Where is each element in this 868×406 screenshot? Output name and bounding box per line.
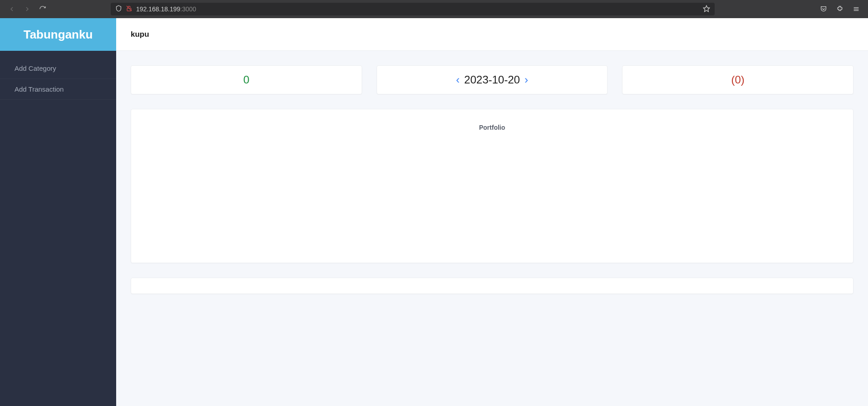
sidebar-item-label: Add Transaction xyxy=(15,85,64,93)
current-date: 2023-10-20 xyxy=(464,73,520,86)
pocket-icon[interactable] xyxy=(817,3,830,15)
reload-button[interactable] xyxy=(36,3,49,15)
url-text: 192.168.18.199:3000 xyxy=(136,5,699,13)
bookmark-star-icon[interactable] xyxy=(703,5,710,14)
content: 0 ‹ 2023-10-20 › (0) Portfolio xyxy=(116,51,868,308)
stat-card-date: ‹ 2023-10-20 › xyxy=(377,65,608,94)
date-next-button[interactable]: › xyxy=(525,73,528,86)
url-bar[interactable]: 192.168.18.199:3000 xyxy=(111,3,715,15)
browser-chrome: 192.168.18.199:3000 xyxy=(0,0,868,18)
back-button[interactable] xyxy=(5,3,18,15)
topbar: kupu xyxy=(116,18,868,51)
forward-button[interactable] xyxy=(21,3,34,15)
stat-card-income: 0 xyxy=(131,65,362,94)
stat-expense-value: (0) xyxy=(731,73,744,86)
brand-logo[interactable]: Tabunganku xyxy=(0,18,116,51)
url-host: 192.168.18.199 xyxy=(136,5,180,13)
url-port: :3000 xyxy=(180,5,196,13)
portfolio-card: Portfolio xyxy=(131,109,853,263)
sidebar-item-add-transaction[interactable]: Add Transaction xyxy=(0,79,116,100)
portfolio-title: Portfolio xyxy=(479,124,505,131)
sidebar-item-label: Add Category xyxy=(15,64,56,72)
lock-insecure-icon xyxy=(126,5,132,13)
sidebar-nav: Add Category Add Transaction xyxy=(0,51,116,100)
page-title: kupu xyxy=(131,30,149,39)
hamburger-menu-icon[interactable] xyxy=(850,3,863,15)
stat-card-expense: (0) xyxy=(622,65,853,94)
svg-marker-2 xyxy=(703,5,709,11)
sidebar-item-add-category[interactable]: Add Category xyxy=(0,58,116,79)
extensions-icon[interactable] xyxy=(834,3,846,15)
shield-icon xyxy=(115,5,122,13)
empty-card xyxy=(131,278,853,294)
app-root: Tabunganku Add Category Add Transaction … xyxy=(0,18,868,406)
stats-row: 0 ‹ 2023-10-20 › (0) xyxy=(131,65,853,94)
stat-income-value: 0 xyxy=(243,73,249,86)
date-prev-button[interactable]: ‹ xyxy=(456,73,460,86)
sidebar: Tabunganku Add Category Add Transaction xyxy=(0,18,116,406)
main-area: kupu 0 ‹ 2023-10-20 › (0) P xyxy=(116,18,868,406)
